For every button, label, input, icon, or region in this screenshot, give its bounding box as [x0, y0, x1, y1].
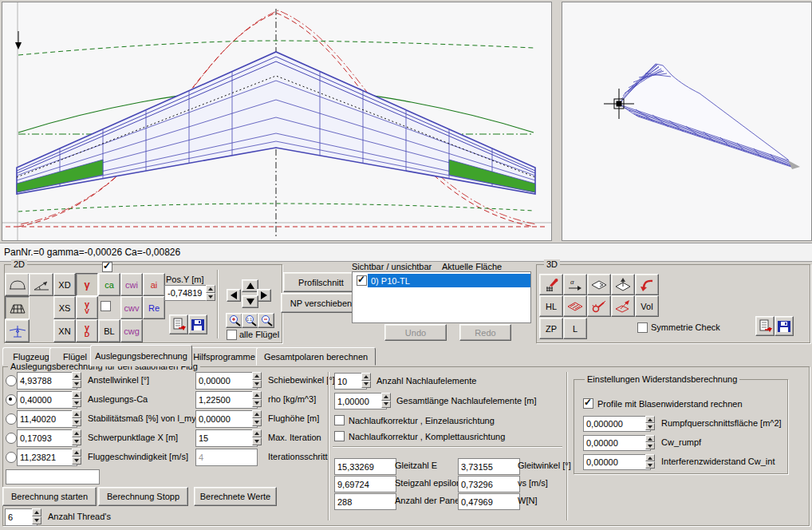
- xn-button[interactable]: XN: [53, 319, 76, 342]
- radio-schwerpunktlage[interactable]: [6, 433, 17, 444]
- toolbar-2d-label: 2D: [11, 259, 27, 270]
- cw-int-field[interactable]: 0,00000: [583, 454, 651, 470]
- radio-auslegungs-ca[interactable]: [6, 394, 17, 405]
- zoom-in-button[interactable]: [226, 313, 242, 328]
- radio-anstellwinkel[interactable]: [6, 375, 17, 386]
- pan-left-button[interactable]: [227, 289, 241, 302]
- surface-visible-checkbox[interactable]: [357, 275, 367, 286]
- berechnung-starten-button[interactable]: Berechnung starten: [2, 487, 97, 506]
- zoom-1to1-button[interactable]: 1:1: [242, 313, 258, 328]
- panel-diamond-button[interactable]: [587, 274, 611, 295]
- nachlaufkorrektur-einzel-checkbox[interactable]: [334, 415, 345, 425]
- schwerpunktlage-spinner[interactable]: [72, 429, 81, 445]
- flughoehe-spinner[interactable]: [252, 410, 262, 426]
- zp-button[interactable]: ZP: [539, 318, 563, 339]
- rumpfquerschnitt-spinner[interactable]: [645, 416, 655, 430]
- pan-right-button[interactable]: [257, 289, 271, 302]
- wing-mesh-button[interactable]: [5, 296, 30, 319]
- aircraft-front-button[interactable]: [5, 319, 30, 342]
- auslegungs-ca-field[interactable]: 0,40000: [17, 391, 77, 409]
- zoom-out-button[interactable]: [258, 313, 274, 328]
- max-iteration-spinner[interactable]: [252, 429, 262, 445]
- spray-button[interactable]: [587, 295, 611, 317]
- alpha-angle-button[interactable]: [29, 273, 53, 296]
- profile-curve-button[interactable]: [5, 273, 30, 296]
- gamma-visible-checkbox[interactable]: [102, 262, 112, 272]
- fluggeschwindigkeit-field[interactable]: 11,23821: [17, 449, 77, 466]
- schiebewinkel-spinner[interactable]: [252, 372, 262, 388]
- undo-view-button[interactable]: [635, 274, 659, 295]
- rumpfquerschnitt-field[interactable]: 0,000000: [583, 416, 651, 432]
- blasenwiderstand-checkbox[interactable]: [583, 398, 593, 409]
- ai-button[interactable]: ai: [143, 273, 165, 296]
- l-button[interactable]: L: [563, 318, 587, 339]
- xd-button[interactable]: XD: [53, 273, 76, 296]
- gesamtlaenge-field[interactable]: 1,00000: [334, 393, 387, 409]
- panel-vector-button[interactable]: [611, 295, 635, 317]
- cw-rumpf-field[interactable]: 0,00000: [583, 435, 651, 451]
- hatch-panel-button[interactable]: [563, 295, 587, 317]
- surface-listbox[interactable]: 0) P10-TL: [352, 271, 531, 323]
- rho-spinner[interactable]: [252, 391, 262, 407]
- copy-report-2d-button[interactable]: [169, 314, 188, 334]
- rumpfquerschnitt-label: Rumpfquerschnittsfläche [m^2]: [661, 418, 782, 429]
- tab-gesamtpolaren[interactable]: Gesamtpolaren berechnen: [256, 347, 376, 366]
- auslegungs-ca-spinner[interactable]: [72, 391, 81, 407]
- cwi-label: cwi: [125, 280, 138, 290]
- posy-spinner[interactable]: [206, 285, 215, 301]
- surface-list-item[interactable]: 0) P10-TL: [353, 274, 530, 287]
- paint-grid-button[interactable]: [539, 274, 563, 295]
- cw-int-spinner[interactable]: [645, 454, 655, 469]
- bl-button[interactable]: BL: [98, 319, 120, 342]
- profilschnitt-button[interactable]: Profilschnitt: [283, 272, 359, 292]
- cwv-button[interactable]: cwv: [120, 296, 143, 319]
- schiebewinkel-field[interactable]: 0,00000: [195, 372, 258, 390]
- cwi-button[interactable]: cwi: [120, 273, 143, 296]
- cwg-button[interactable]: cwg: [120, 319, 143, 342]
- pan-down-button[interactable]: [242, 295, 258, 308]
- threads-spinner[interactable]: [32, 508, 41, 524]
- berechnete-werte-button[interactable]: Berechnete Werte: [194, 487, 277, 506]
- ca-button[interactable]: ca: [98, 273, 120, 296]
- gamma-v-checkbox[interactable]: [101, 301, 111, 311]
- gamma-v-button[interactable]: γ V: [76, 296, 98, 319]
- stabilitaetsmass-spinner[interactable]: [72, 410, 81, 426]
- panel-lift-button[interactable]: [611, 274, 635, 295]
- berechnung-stopp-button[interactable]: Berechnung Stopp: [98, 487, 188, 506]
- posy-field[interactable]: -0,74819: [164, 285, 211, 301]
- radio-stabilitaetsmass[interactable]: [6, 413, 17, 425]
- hl-button[interactable]: HL: [539, 295, 563, 317]
- radio-fluggeschwindigkeit[interactable]: [6, 452, 17, 463]
- vol-button[interactable]: Vol: [635, 295, 659, 317]
- redo-button[interactable]: Redo: [459, 324, 511, 341]
- alpha-flow-button[interactable]: α: [563, 274, 587, 295]
- anstellwinkel-spinner[interactable]: [72, 372, 81, 388]
- alle-fluegel-checkbox[interactable]: [227, 330, 237, 340]
- rho-field[interactable]: 1,22500: [195, 391, 258, 409]
- cw-rumpf-spinner[interactable]: [645, 435, 655, 449]
- wing-3d-plot[interactable]: [562, 2, 812, 241]
- fluggeschwindigkeit-spinner[interactable]: [72, 449, 81, 465]
- save-2d-button[interactable]: [188, 314, 207, 334]
- anstellwinkel-field[interactable]: 4,93788: [17, 372, 77, 390]
- pan-up-button[interactable]: [242, 279, 258, 292]
- tab-auslegungsberechnung[interactable]: Auslegungsberechnung: [90, 345, 192, 366]
- gamma-d-button[interactable]: γ D: [76, 319, 98, 342]
- flughoehe-field[interactable]: 0,00000: [195, 410, 258, 428]
- planform-plot[interactable]: [2, 2, 552, 241]
- stabilitaetsmass-field[interactable]: 11,40020: [17, 410, 77, 428]
- undo-button[interactable]: Undo: [384, 324, 447, 341]
- copy-report-3d-button[interactable]: [755, 316, 775, 336]
- gesamtlaenge-spinner[interactable]: [381, 393, 391, 408]
- gamma-button[interactable]: γ: [76, 273, 98, 296]
- symmetrie-check-checkbox[interactable]: [637, 322, 648, 333]
- save-3d-button[interactable]: [775, 316, 794, 336]
- np-verschieben-button[interactable]: NP verschieben: [281, 293, 361, 313]
- nachlaufkorrektur-komplett-checkbox[interactable]: [334, 431, 345, 441]
- nachlaufelemente-spinner[interactable]: [361, 373, 371, 388]
- max-iteration-field[interactable]: 15: [195, 429, 258, 447]
- surface-selected-row[interactable]: 0) P10-TL: [368, 274, 531, 287]
- schwerpunktlage-field[interactable]: 0,17093: [17, 429, 77, 447]
- xs-button[interactable]: XS: [53, 296, 76, 319]
- re-button[interactable]: Re: [143, 296, 165, 319]
